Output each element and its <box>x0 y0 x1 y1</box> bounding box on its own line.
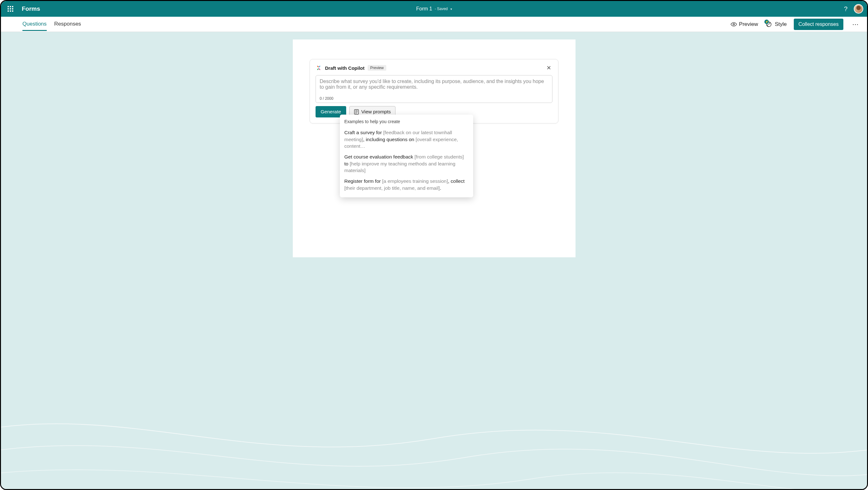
dropdown-title: Examples to help you create <box>344 119 469 124</box>
preview-button[interactable]: Preview <box>731 21 758 28</box>
copilot-icon <box>315 65 322 71</box>
preview-badge: Preview <box>368 65 386 71</box>
form-title: Form 1 <box>416 6 432 12</box>
style-icon: ⚡ <box>765 21 773 28</box>
stage: Draft with Copilot Preview ✕ 0 / 2000 Ge… <box>1 32 867 489</box>
help-icon[interactable]: ? <box>844 5 847 13</box>
sub-bar: Questions Responses Preview ⚡ Style Coll… <box>1 17 867 32</box>
bolt-icon: ⚡ <box>765 20 769 24</box>
form-canvas: Draft with Copilot Preview ✕ 0 / 2000 Ge… <box>293 39 576 257</box>
chevron-down-icon[interactable]: ▾ <box>451 7 452 11</box>
char-counter: 0 / 2000 <box>320 96 548 101</box>
style-button[interactable]: ⚡ Style <box>765 21 787 28</box>
prompt-box: 0 / 2000 <box>315 75 553 103</box>
style-label: Style <box>775 21 787 28</box>
prompt-example[interactable]: Craft a survey for [feedback on our late… <box>344 127 469 152</box>
avatar[interactable] <box>854 4 863 13</box>
svg-point-0 <box>733 23 734 25</box>
prompts-dropdown: Examples to help you create Craft a surv… <box>340 115 473 197</box>
document-title-area[interactable]: Form 1 - Saved ▾ <box>416 6 452 12</box>
app-launcher-icon[interactable] <box>5 3 16 14</box>
tab-responses[interactable]: Responses <box>54 18 81 31</box>
eye-icon <box>731 22 737 27</box>
sheet-icon <box>354 109 359 115</box>
copilot-card: Draft with Copilot Preview ✕ 0 / 2000 Ge… <box>310 59 558 124</box>
background-wave <box>1 375 867 489</box>
prompt-input[interactable] <box>320 78 548 94</box>
close-icon[interactable]: ✕ <box>545 64 553 71</box>
more-icon[interactable]: ⋯ <box>850 21 861 28</box>
brand-label[interactable]: Forms <box>22 5 40 12</box>
view-prompts-label: View prompts <box>361 109 391 115</box>
top-bar: Forms Form 1 - Saved ▾ ? <box>1 1 867 17</box>
saved-status: - Saved <box>435 7 447 11</box>
copilot-title: Draft with Copilot <box>325 65 365 71</box>
tab-questions[interactable]: Questions <box>23 18 47 31</box>
collect-responses-button[interactable]: Collect responses <box>794 19 843 30</box>
preview-label: Preview <box>739 21 758 28</box>
prompt-example[interactable]: Register form for [a employees training … <box>344 176 469 193</box>
prompt-example[interactable]: Get course evaluation feedback [from col… <box>344 152 469 176</box>
tabs: Questions Responses <box>23 18 81 31</box>
